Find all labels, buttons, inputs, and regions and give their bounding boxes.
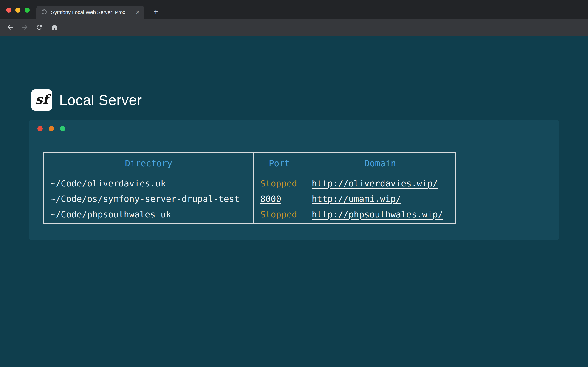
column-header-directory: Directory (44, 152, 254, 174)
server-panel: Directory Port Domain ~/Code/oliverdavie… (29, 120, 559, 240)
column-header-domain: Domain (305, 152, 456, 174)
domain-link[interactable]: http://umami.wip/ (312, 194, 401, 204)
home-button[interactable] (50, 23, 59, 32)
zoom-window-button[interactable] (25, 8, 30, 13)
window-controls (6, 8, 30, 13)
close-window-button[interactable] (6, 8, 11, 13)
tab-strip: Symfony Local Web Server: Prox × + (0, 0, 588, 19)
table-row: ~/Code/phpsouthwales-uk Stopped http://p… (44, 207, 456, 224)
page-title: Local Server (59, 92, 142, 108)
page-content: sf Local Server Directory Port Domain (0, 35, 588, 367)
directory-cell: ~/Code/oliverdavies.uk (44, 174, 254, 191)
table-header-row: Directory Port Domain (44, 152, 456, 174)
port-status: Stopped (260, 209, 297, 219)
brand-header: sf Local Server (31, 90, 142, 110)
domain-link[interactable]: http://oliverdavies.wip/ (312, 178, 438, 189)
panel-window-dots (37, 126, 65, 131)
symfony-logo: sf (31, 90, 52, 110)
port-status: Stopped (260, 178, 297, 189)
sf-logo-glyph: sf (35, 92, 48, 107)
panel-green-dot-icon (60, 126, 65, 131)
port-link[interactable]: 8000 (260, 194, 281, 204)
column-header-port: Port (254, 152, 305, 174)
forward-button[interactable] (20, 23, 29, 32)
panel-orange-dot-icon (49, 126, 54, 131)
back-button[interactable] (6, 23, 15, 32)
directory-cell: ~/Code/os/symfony-server-drupal-test (44, 191, 254, 207)
panel-red-dot-icon (37, 126, 43, 131)
tab-close-icon[interactable]: × (136, 9, 140, 16)
browser-tab[interactable]: Symfony Local Web Server: Prox × (36, 6, 144, 19)
servers-table: Directory Port Domain ~/Code/oliverdavie… (43, 152, 456, 224)
browser-window: Symfony Local Web Server: Prox × + local… (0, 0, 588, 367)
directory-cell: ~/Code/phpsouthwales-uk (44, 207, 254, 224)
domain-link[interactable]: http://phpsouthwales.wip/ (312, 209, 443, 219)
tab-favicon-globe-icon (41, 9, 47, 16)
browser-toolbar: localhost:7080 ⋯ ⚙ ⚙ U ○ (0, 19, 588, 35)
table-row: ~/Code/os/symfony-server-drupal-test 800… (44, 191, 456, 207)
reload-button[interactable] (35, 23, 44, 32)
tab-title: Symfony Local Web Server: Prox (51, 9, 129, 15)
minimize-window-button[interactable] (15, 8, 20, 13)
table-row: ~/Code/oliverdavies.uk Stopped http://ol… (44, 174, 456, 191)
new-tab-button[interactable]: + (151, 7, 161, 17)
